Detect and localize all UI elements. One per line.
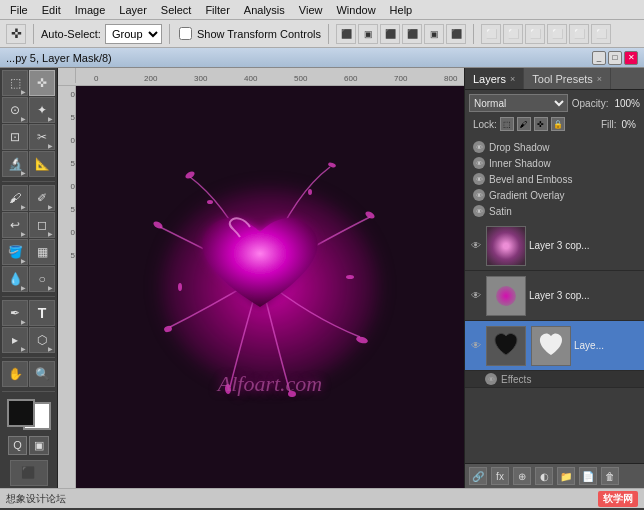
stamp-tool[interactable]: ✐▶ <box>29 185 55 211</box>
shape-tool[interactable]: ⬡▶ <box>29 327 55 353</box>
align-right-btn[interactable]: ⬛ <box>380 24 400 44</box>
hand-tool[interactable]: ✋ <box>2 361 28 387</box>
tool-row-3: ⊡ ✂▶ <box>2 124 55 150</box>
screen-mode-btn[interactable]: ⬛ <box>10 460 48 486</box>
dist-bot-btn[interactable]: ⬜ <box>591 24 611 44</box>
slice-tool[interactable]: ✂▶ <box>29 124 55 150</box>
dist-right-btn[interactable]: ⬜ <box>525 24 545 44</box>
dist-center-btn[interactable]: ⬜ <box>503 24 523 44</box>
canvas-image[interactable]: Alfoart.com <box>76 86 464 488</box>
svg-point-8 <box>207 200 213 204</box>
show-transform-checkbox[interactable] <box>179 27 192 40</box>
rl-4: 0 <box>71 182 75 191</box>
lasso-tool[interactable]: ⊙▶ <box>2 97 28 123</box>
align-left-btn[interactable]: ⬛ <box>336 24 356 44</box>
lock-move[interactable]: ✜ <box>534 117 548 131</box>
layer-mask-thumb-2 <box>531 326 571 366</box>
show-transform-label[interactable]: Show Transform Controls <box>177 27 321 40</box>
auto-select-dropdown[interactable]: Group Layer <box>105 24 162 44</box>
minimize-btn[interactable]: _ <box>592 51 606 65</box>
zoom-tool[interactable]: 🔍 <box>29 361 55 387</box>
effects-visibility[interactable]: 👁 Effects <box>485 373 640 385</box>
delete-layer-btn[interactable]: 🗑 <box>601 467 619 485</box>
gradient-tool[interactable]: ▦ <box>29 239 55 265</box>
quick-select-tool[interactable]: ✦▶ <box>29 97 55 123</box>
menu-window[interactable]: Window <box>330 2 381 18</box>
eraser-tool[interactable]: ◻▶ <box>29 212 55 238</box>
add-mask-btn[interactable]: ⊕ <box>513 467 531 485</box>
menu-image[interactable]: Image <box>69 2 112 18</box>
eyedropper-tool[interactable]: 🔬▶ <box>2 151 28 177</box>
menu-select[interactable]: Select <box>155 2 198 18</box>
new-group-btn[interactable]: 📁 <box>557 467 575 485</box>
quickmask-mode-btn[interactable]: ▣ <box>29 436 49 455</box>
pen-tool[interactable]: ✒▶ <box>2 300 28 326</box>
fill-tool[interactable]: 🪣▶ <box>2 239 28 265</box>
measure-tool[interactable]: 📐 <box>29 151 55 177</box>
menu-layer[interactable]: Layer <box>113 2 153 18</box>
link-layers-btn[interactable]: 🔗 <box>469 467 487 485</box>
move-tool-btn[interactable]: ✜ <box>6 24 26 44</box>
effect-name-5: Satin <box>489 206 512 217</box>
effect-eye-3[interactable]: 👁 <box>473 173 485 185</box>
foreground-color[interactable] <box>7 399 35 427</box>
effect-gradient-overlay[interactable]: 👁 Gradient Overlay <box>469 187 640 203</box>
effect-eye-2[interactable]: 👁 <box>473 157 485 169</box>
tab-presets-close[interactable]: × <box>597 74 602 84</box>
layer-eye-1[interactable]: 👁 <box>469 289 483 303</box>
effect-name-1: Drop Shadow <box>489 142 550 153</box>
align-center-h-btn[interactable]: ▣ <box>358 24 378 44</box>
mode-box: Q ▣ <box>2 434 55 457</box>
dist-top-btn[interactable]: ⬜ <box>547 24 567 44</box>
toolbar-sep-4 <box>473 24 474 44</box>
layer-item-2[interactable]: 👁 Laye... <box>465 321 644 371</box>
layer-item-1[interactable]: 👁 Layer 3 cop... <box>465 271 644 321</box>
tab-layers[interactable]: Layers × <box>465 68 524 89</box>
dist-mid-btn[interactable]: ⬜ <box>569 24 589 44</box>
menu-analysis[interactable]: Analysis <box>238 2 291 18</box>
selection-tool[interactable]: ⬚▶ <box>2 70 28 96</box>
layer-eye-0[interactable]: 👁 <box>469 239 483 253</box>
tab-layers-close[interactable]: × <box>510 74 515 84</box>
effect-satin[interactable]: 👁 Satin <box>469 203 640 219</box>
add-adjustment-btn[interactable]: ◐ <box>535 467 553 485</box>
move-tool[interactable]: ✜ <box>29 70 55 96</box>
type-tool[interactable]: T <box>29 300 55 326</box>
new-layer-btn[interactable]: 📄 <box>579 467 597 485</box>
history-brush[interactable]: ↩▶ <box>2 212 28 238</box>
lock-transparency[interactable]: ⬚ <box>500 117 514 131</box>
layer-item-0[interactable]: 👁 Layer 3 cop... <box>465 221 644 271</box>
dist-left-btn[interactable]: ⬜ <box>481 24 501 44</box>
close-btn[interactable]: ✕ <box>624 51 638 65</box>
lock-paint[interactable]: 🖌 <box>517 117 531 131</box>
crop-tool[interactable]: ⊡ <box>2 124 28 150</box>
effect-eye-4[interactable]: 👁 <box>473 189 485 201</box>
blend-mode-select[interactable]: Normal Multiply Screen Overlay <box>469 94 568 112</box>
lock-all[interactable]: 🔒 <box>551 117 565 131</box>
tab-tool-presets[interactable]: Tool Presets × <box>524 68 611 89</box>
align-bottom-btn[interactable]: ⬛ <box>446 24 466 44</box>
effect-eye-5[interactable]: 👁 <box>473 205 485 217</box>
blend-row: Normal Multiply Screen Overlay Opacity: … <box>469 94 640 112</box>
effect-inner-shadow[interactable]: 👁 Inner Shadow <box>469 155 640 171</box>
menu-edit[interactable]: Edit <box>36 2 67 18</box>
effect-eye-1[interactable]: 👁 <box>473 141 485 153</box>
menu-filter[interactable]: Filter <box>199 2 235 18</box>
effect-drop-shadow[interactable]: 👁 Drop Shadow <box>469 139 640 155</box>
add-style-btn[interactable]: fx <box>491 467 509 485</box>
align-top-btn[interactable]: ⬛ <box>402 24 422 44</box>
menu-help[interactable]: Help <box>384 2 419 18</box>
dodge-tool[interactable]: ○▶ <box>29 266 55 292</box>
menu-file[interactable]: File <box>4 2 34 18</box>
menu-view[interactable]: View <box>293 2 329 18</box>
path-select-tool[interactable]: ▸▶ <box>2 327 28 353</box>
brush-tool[interactable]: 🖌▶ <box>2 185 28 211</box>
distribute-buttons: ⬜ ⬜ ⬜ ⬜ ⬜ ⬜ <box>481 24 611 44</box>
standard-mode-btn[interactable]: Q <box>8 436 27 455</box>
effects-eye[interactable]: 👁 <box>485 373 497 385</box>
effect-bevel-emboss[interactable]: 👁 Bevel and Emboss <box>469 171 640 187</box>
layer-eye-2[interactable]: 👁 <box>469 339 483 353</box>
align-middle-v-btn[interactable]: ▣ <box>424 24 444 44</box>
blur-tool[interactable]: 💧▶ <box>2 266 28 292</box>
maximize-btn[interactable]: □ <box>608 51 622 65</box>
